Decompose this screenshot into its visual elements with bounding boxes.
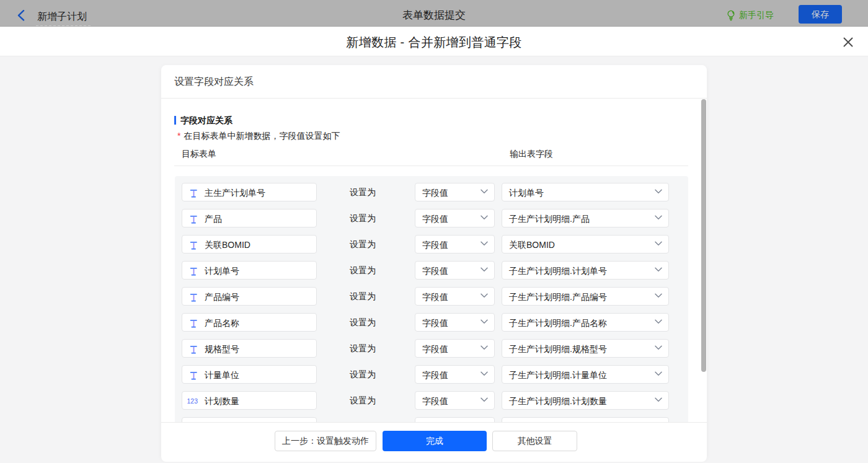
- svg-text:123: 123: [187, 397, 198, 405]
